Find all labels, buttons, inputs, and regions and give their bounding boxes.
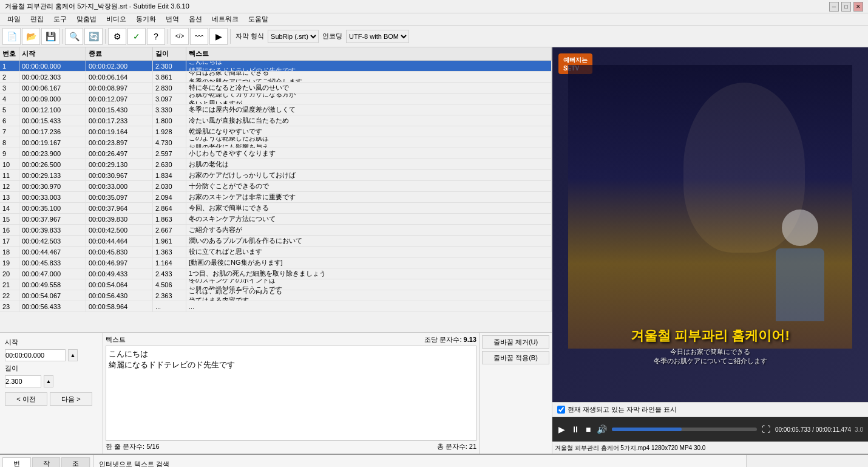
line-char-count: 한 줄 문자수: 5/16 <box>106 442 160 451</box>
cell-text: 今回、お家で簡単にできる <box>186 203 552 213</box>
play-button[interactable]: ▶ <box>557 423 566 435</box>
encoding-select[interactable]: UTF-8 with BOM <box>346 30 409 43</box>
search-label: 인터넷으로 텍스트 검색 <box>99 460 741 467</box>
menu-help[interactable]: 도움말 <box>243 13 273 25</box>
table-row[interactable]: 12 00:00:30.970 00:00:33.000 2.030 十分防ぐこ… <box>0 181 552 192</box>
format-select[interactable]: SubRip (.srt) <box>268 30 319 43</box>
cell-text: ... <box>186 301 552 312</box>
volume-button[interactable]: 🔊 <box>595 423 608 435</box>
table-row[interactable]: 9 00:00:23.900 00:00:26.497 2.597 小じわもでき… <box>0 148 552 159</box>
cell-end: 00:00:33.000 <box>86 181 153 191</box>
menu-sync[interactable]: 동기화 <box>131 13 161 25</box>
waveform-button[interactable]: 〰 <box>190 28 208 45</box>
new-button[interactable]: 📄 <box>2 28 21 45</box>
dur-up-btn[interactable]: ▲ <box>44 375 53 387</box>
table-row[interactable]: 14 00:00:35.100 00:00:37.964 2.864 今回、お家… <box>0 203 552 214</box>
table-row[interactable]: 18 00:00:44.467 00:00:45.830 1.363 役に立てれ… <box>0 247 552 257</box>
code-button[interactable]: </> <box>171 28 189 45</box>
menu-spellcheck[interactable]: 맞춤법 <box>72 13 101 25</box>
start-input[interactable] <box>5 349 66 361</box>
menu-edit[interactable]: 편집 <box>25 13 49 25</box>
find-button[interactable]: 🔍 <box>65 28 83 45</box>
dur-input[interactable] <box>5 375 41 387</box>
menu-options[interactable]: 옵션 <box>184 13 207 25</box>
progress-bar[interactable] <box>612 428 757 431</box>
video-filename: 겨울철 피부관리 홈케어 5가지.mp4 1280x720 MP4 30.0 <box>555 444 705 452</box>
stop-button[interactable]: ■ <box>585 423 592 435</box>
table-row[interactable]: 7 00:00:17.236 00:00:19.164 1.928 乾燥肌になり… <box>0 126 552 137</box>
cell-num: 8 <box>0 137 19 148</box>
table-row[interactable]: 23 00:00:56.433 00:00:58.964 ... ... <box>0 301 552 312</box>
cell-start: 00:00:02.303 <box>19 72 86 82</box>
table-row[interactable]: 5 00:00:12.100 00:00:15.430 3.330 冬季には屋内… <box>0 104 552 115</box>
table-row[interactable]: 17 00:00:42.503 00:00:44.464 1.961 潤いのある… <box>0 236 552 247</box>
cell-num: 19 <box>0 257 19 268</box>
cell-end: 00:00:08.997 <box>86 83 153 93</box>
fullscreen-button[interactable]: ⛶ <box>761 423 771 435</box>
video-button[interactable]: ▶ <box>209 28 228 45</box>
close-button[interactable]: ✕ <box>853 2 863 12</box>
table-row[interactable]: 16 00:00:39.833 00:00:42.500 2.667 ご紹介する… <box>0 225 552 236</box>
video-panel: 예뻐지는SETV 겨울철 피부과리 홈케이어! 今日はお家で簡単にできる 冬季の… <box>552 47 868 454</box>
toolbar: 📄 📂 💾 🔍 🔄 ⚙ ✓ ? </> 〰 ▶ 자막 형식 SubRip (.s… <box>0 26 868 47</box>
minimize-button[interactable]: ─ <box>829 2 839 12</box>
help-button[interactable]: ? <box>147 28 165 45</box>
cell-end: 00:00:26.497 <box>86 148 153 159</box>
menu-translate[interactable]: 번역 <box>161 13 184 25</box>
menu-network[interactable]: 네트워크 <box>207 13 243 25</box>
replace-button[interactable]: 🔄 <box>84 28 103 45</box>
pause-button[interactable]: ⏸ <box>570 423 581 435</box>
tab-translate[interactable]: 번역 <box>2 457 31 467</box>
cell-dur: 1.928 <box>153 126 186 137</box>
table-row[interactable]: 21 00:00:49.558 00:00:54.064 4.506 冬のスキン… <box>0 279 552 290</box>
cell-text: 十分防ぐことができるので <box>186 181 552 191</box>
cell-dur: 2.667 <box>153 225 186 235</box>
cell-end: 00:00:54.064 <box>86 279 153 290</box>
table-row[interactable]: 4 00:00:09.000 00:00:12.097 3.097 お肌が乾燥し… <box>0 94 552 104</box>
cell-dur: 2.030 <box>153 181 186 191</box>
tab-compose[interactable]: 작성 <box>32 457 61 467</box>
menu-tools[interactable]: 도구 <box>49 13 72 25</box>
table-row[interactable]: 15 00:00:37.967 00:00:39.830 1.863 冬のスキン… <box>0 214 552 225</box>
table-row[interactable]: 3 00:00:06.167 00:00:08.997 2.830 特に冬になる… <box>0 83 552 94</box>
table-row[interactable]: 10 00:00:26.500 00:00:29.130 2.630 お肌の老化… <box>0 159 552 170</box>
text-editor[interactable]: こんにちは 綺麗になるドドテレビのド先生です <box>106 346 476 441</box>
maximize-button[interactable]: □ <box>841 2 851 12</box>
start-up-btn[interactable]: ▲ <box>68 349 78 361</box>
settings-button[interactable]: ⚙ <box>108 28 126 45</box>
table-row[interactable]: 22 00:00:54.067 00:00:56.430 2.363 これは、顔… <box>0 290 552 301</box>
show-subtitle-label: 현재 재생되고 있는 자막 라인을 표시 <box>568 405 677 414</box>
next-subtitle-btn[interactable]: 다음 > <box>50 392 92 406</box>
table-body[interactable]: 1 00:00:00.000 00:00:02.300 2.300 こんにちは … <box>0 61 552 332</box>
cell-dur: 2.830 <box>153 83 186 93</box>
table-row[interactable]: 19 00:00:45.833 00:00:46.997 1.164 [動画の最… <box>0 257 552 268</box>
start-label: 시작 <box>5 338 35 347</box>
cell-end: 00:00:42.500 <box>86 225 153 235</box>
table-row[interactable]: 1 00:00:00.000 00:00:02.300 2.300 こんにちは … <box>0 61 552 72</box>
check-button[interactable]: ✓ <box>127 28 146 45</box>
lower-section: 번역 작성 조정 구간 반복 사용 반복 횟수 ▼ 자동 진행 <box>0 454 868 467</box>
cell-dur: 1.863 <box>153 214 186 224</box>
edit-buttons: 줄바꿈 제거(U) 줄바꿈 적용(B) <box>479 333 552 454</box>
menu-video[interactable]: 비디오 <box>101 13 131 25</box>
cell-end: 00:00:29.130 <box>86 159 153 169</box>
tab-adjust[interactable]: 조정 <box>61 457 90 467</box>
remove-formatting-btn[interactable]: 줄바꿈 제거(U) <box>482 335 549 349</box>
table-row[interactable]: 11 00:00:29.133 00:00:30.967 1.834 お家のケア… <box>0 170 552 181</box>
show-subtitle-checkbox[interactable] <box>557 406 565 414</box>
col-header-start: 시작 <box>19 47 86 60</box>
table-row[interactable]: 13 00:00:33.003 00:00:35.097 2.094 お家のスキ… <box>0 192 552 203</box>
col-header-dur: 길이 <box>153 47 186 60</box>
table-row[interactable]: 6 00:00:15.433 00:00:17.233 1.800 冷たい風が直… <box>0 115 552 126</box>
cell-start: 00:00:39.833 <box>19 225 86 235</box>
prev-subtitle-btn[interactable]: < 이전 <box>5 392 47 406</box>
apply-formatting-btn[interactable]: 줄바꿈 적용(B) <box>482 351 549 364</box>
cell-num: 3 <box>0 83 19 93</box>
video-area: 예뻐지는SETV 겨울철 피부과리 홈케이어! 今日はお家で簡単にできる 冬季の… <box>552 47 868 402</box>
table-row[interactable]: 20 00:00:47.000 00:00:49.433 2.433 1つ目、お… <box>0 268 552 279</box>
table-row[interactable]: 8 00:00:19.167 00:00:23.897 4.730 このような乾… <box>0 137 552 148</box>
save-button[interactable]: 💾 <box>41 28 59 45</box>
table-row[interactable]: 2 00:00:02.303 00:00:06.164 3.861 今日はお家で… <box>0 72 552 83</box>
menu-file[interactable]: 파일 <box>2 13 25 25</box>
open-button[interactable]: 📂 <box>22 28 40 45</box>
